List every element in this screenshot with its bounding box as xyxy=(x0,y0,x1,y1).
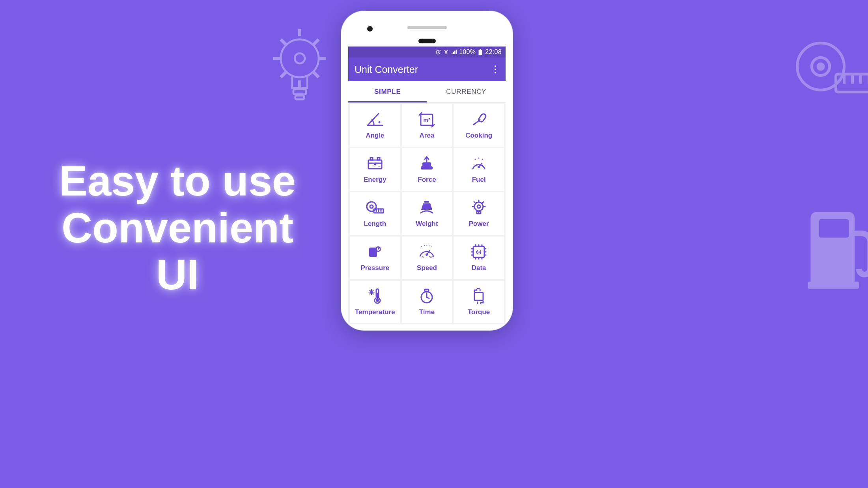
tab-simple[interactable]: SIMPLE xyxy=(348,81,427,102)
pressure-icon xyxy=(365,244,385,260)
area-icon: m² xyxy=(417,111,437,128)
category-label: Fuel xyxy=(472,176,486,184)
category-label: Data xyxy=(472,264,486,272)
svg-rect-38 xyxy=(422,162,431,166)
power-icon xyxy=(469,199,489,216)
category-label: Length xyxy=(364,220,386,228)
category-label: Energy xyxy=(364,176,386,184)
category-force[interactable]: Force xyxy=(402,148,452,191)
angle-icon xyxy=(365,111,385,128)
data-icon: 64 xyxy=(469,244,489,260)
category-data[interactable]: 64 Data xyxy=(454,237,504,279)
category-fuel[interactable]: Fuel xyxy=(454,148,504,191)
phone-screen: 100% 22:08 Unit Converter SIMPLE CURRENC… xyxy=(348,47,506,324)
category-label: Torque xyxy=(468,308,490,316)
phone-home-pill-icon xyxy=(418,39,436,43)
svg-text:+: + xyxy=(371,164,373,168)
lightbulb-gear-icon xyxy=(268,24,331,110)
svg-point-1 xyxy=(295,53,305,63)
svg-line-9 xyxy=(314,72,319,77)
svg-line-30 xyxy=(474,120,480,125)
svg-rect-34 xyxy=(377,158,380,160)
category-label: Speed xyxy=(417,264,437,272)
category-label: Angle xyxy=(366,132,384,140)
svg-point-44 xyxy=(482,159,483,160)
svg-rect-10 xyxy=(293,89,306,94)
svg-point-46 xyxy=(370,205,373,208)
signal-icon xyxy=(451,49,457,55)
category-label: Pressure xyxy=(360,264,389,272)
svg-point-69 xyxy=(426,245,427,246)
svg-point-43 xyxy=(478,158,480,159)
overflow-menu-button[interactable] xyxy=(491,64,499,75)
cooking-icon xyxy=(469,111,489,128)
category-label: Time xyxy=(419,308,435,316)
svg-point-53 xyxy=(477,205,480,208)
svg-line-64 xyxy=(378,248,379,249)
svg-point-99 xyxy=(426,296,427,298)
category-label: Power xyxy=(469,220,489,228)
weight-icon xyxy=(417,199,437,216)
category-label: Area xyxy=(420,132,435,140)
tab-currency[interactable]: CURRENCY xyxy=(427,81,506,102)
svg-point-68 xyxy=(424,245,425,246)
phone-mockup: 100% 22:08 Unit Converter SIMPLE CURRENC… xyxy=(341,11,513,330)
category-grid: Angle m² Area xyxy=(348,102,506,324)
svg-line-59 xyxy=(482,202,483,203)
svg-rect-25 xyxy=(480,49,482,50)
svg-point-71 xyxy=(431,246,432,247)
svg-line-6 xyxy=(281,39,286,45)
category-power[interactable]: Power xyxy=(454,192,504,235)
category-speed[interactable]: 0 500 Speed xyxy=(402,237,452,279)
energy-icon: + − xyxy=(365,155,385,172)
svg-point-67 xyxy=(421,246,422,247)
speed-icon: 0 500 xyxy=(417,244,437,260)
svg-rect-20 xyxy=(819,219,849,238)
promo-line-2: Convenient UI xyxy=(35,205,319,298)
category-time[interactable]: Time xyxy=(402,281,452,323)
category-temperature[interactable]: Temperature xyxy=(350,281,400,323)
category-angle[interactable]: Angle xyxy=(350,104,400,147)
svg-rect-100 xyxy=(474,292,483,300)
phone-speaker-icon xyxy=(407,26,447,29)
svg-rect-33 xyxy=(370,158,373,160)
category-label: Force xyxy=(418,176,436,184)
time-icon xyxy=(417,288,437,304)
svg-point-23 xyxy=(446,53,446,54)
wifi-icon xyxy=(443,49,449,55)
clock-text: 22:08 xyxy=(485,48,502,56)
fuel-icon xyxy=(469,155,489,172)
category-label: Cooking xyxy=(465,132,492,140)
svg-rect-21 xyxy=(808,281,859,289)
alarm-icon xyxy=(435,49,441,55)
svg-rect-11 xyxy=(295,95,304,99)
svg-text:m²: m² xyxy=(424,117,430,123)
fuel-pump-icon xyxy=(805,205,868,292)
category-length[interactable]: Length xyxy=(350,192,400,235)
category-label: Weight xyxy=(416,220,438,228)
phone-bezel-top xyxy=(341,11,513,47)
svg-line-8 xyxy=(281,72,286,77)
category-energy[interactable]: + − Energy xyxy=(350,148,400,191)
svg-line-58 xyxy=(474,202,475,203)
svg-point-70 xyxy=(429,245,429,246)
svg-rect-29 xyxy=(478,113,487,123)
promo-line-1: Easy to use xyxy=(35,158,319,205)
category-pressure[interactable]: Pressure xyxy=(350,237,400,279)
svg-rect-39 xyxy=(421,166,433,169)
svg-point-26 xyxy=(378,121,380,123)
category-area[interactable]: m² Area xyxy=(402,104,452,147)
promo-headline: Easy to use Convenient UI xyxy=(35,158,319,298)
status-bar: 100% 22:08 xyxy=(348,47,506,58)
svg-text:64: 64 xyxy=(476,250,482,255)
category-torque[interactable]: Torque xyxy=(454,281,504,323)
svg-text:0: 0 xyxy=(422,256,424,259)
category-weight[interactable]: Weight xyxy=(402,192,452,235)
svg-point-45 xyxy=(367,202,376,211)
category-label: Temperature xyxy=(355,308,395,316)
battery-text: 100% xyxy=(459,48,476,56)
tape-measure-icon xyxy=(793,35,868,102)
temperature-icon xyxy=(365,288,385,304)
length-icon xyxy=(365,199,385,216)
category-cooking[interactable]: Cooking xyxy=(454,104,504,147)
